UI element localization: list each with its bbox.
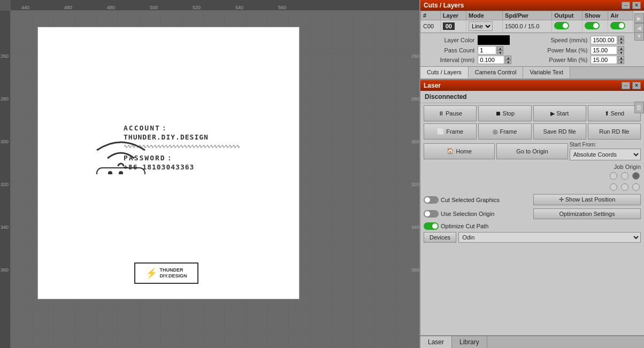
optimization-settings-btn[interactable]: Optimization Settings (533, 208, 641, 219)
row-layer: 00 (440, 20, 466, 33)
go-origin-label: Go to Origin (516, 148, 548, 154)
titlebar-buttons: ─ ✕ (622, 2, 641, 9)
show-position-btn[interactable]: ✛ Show Last Position (533, 194, 641, 205)
options-row: Cut Selected Graphics ✛ Show Last Positi… (420, 193, 644, 206)
show-toggle[interactable] (585, 22, 600, 29)
minimize-btn[interactable]: ─ (622, 2, 630, 9)
design-content: ACCOUNT： THUNDER.DIY.DESIGN ∿∿∿∿∿∿∿∿∿∿∿∿… (124, 123, 240, 171)
bottom-tab-library[interactable]: Library (452, 336, 487, 348)
origin-1-1[interactable] (621, 183, 628, 191)
pmax-up[interactable]: ▲ (618, 46, 624, 50)
pass-count-field[interactable] (478, 46, 496, 55)
devices-btn[interactable]: Devices (424, 232, 456, 243)
cut-selected-option: Cut Selected Graphics (424, 196, 531, 204)
account-label: ACCOUNT： (124, 123, 240, 133)
cut-selected-label: Cut Selected Graphics (441, 197, 500, 203)
laser-titlebar-buttons: ─ ✕ (622, 82, 641, 89)
run-rd-label: Run RD file (599, 128, 629, 135)
bottom-tab-laser[interactable]: Laser (420, 336, 452, 348)
origin-1-2[interactable] (632, 183, 640, 191)
ruler-tick: 560 (278, 5, 286, 10)
stop-btn[interactable]: ⏹ Stop (478, 105, 531, 121)
disconnected-label: Disconnected (425, 93, 467, 100)
air-toggle[interactable] (610, 22, 625, 29)
output-toggle[interactable] (554, 22, 569, 29)
go-to-origin-btn[interactable]: Go to Origin (496, 143, 568, 159)
row-mode: Line (466, 20, 503, 33)
canvas-area: 440 460 480 500 520 540 560 260 280 300 … (0, 0, 419, 348)
col-mode: Mode (466, 11, 503, 20)
cut-selected-toggle[interactable] (424, 196, 439, 204)
ruler-top: 440 460 480 500 520 540 560 (11, 0, 419, 11)
white-canvas: ACCOUNT： THUNDER.DIY.DESIGN ∿∿∿∿∿∿∿∿∿∿∿∿… (37, 27, 300, 299)
int-down[interactable]: ▼ (505, 60, 511, 64)
pmin-up[interactable]: ▲ (618, 56, 624, 60)
pause-btn[interactable]: ⏸ Pause (424, 105, 477, 121)
tab-camera-control[interactable]: Camera Control (469, 67, 524, 79)
table-row[interactable]: C00 00 Line 1500.0 / 15.0 (421, 20, 633, 33)
pass-down[interactable]: ▼ (497, 50, 503, 55)
laser-close-btn[interactable]: ✕ (632, 82, 641, 89)
laser-minimize-btn[interactable]: ─ (622, 82, 630, 89)
power-min-spinner: ▲ ▼ (618, 56, 624, 64)
frame-btn-2[interactable]: ◎ Frame (478, 123, 531, 140)
int-up[interactable]: ▲ (505, 56, 511, 60)
send-icon: ⬆ (604, 110, 609, 117)
col-layer: Layer (440, 11, 466, 20)
frame-btn-1[interactable]: ⬜ Frame (424, 123, 477, 140)
ruler-tick: 500 (150, 5, 158, 10)
origin-0-2[interactable] (632, 172, 640, 180)
laser-titlebar: Laser ─ ✕ (420, 80, 644, 91)
show-position-label: Show Last Position (565, 196, 616, 203)
pause-label: Pause (446, 110, 462, 117)
pmin-down[interactable]: ▼ (618, 60, 624, 64)
close-btn[interactable]: ✕ (632, 2, 641, 9)
interval-field[interactable] (478, 56, 504, 64)
optimize-cut-label: Optimize Cut Path (441, 223, 488, 229)
speed-up[interactable]: ▲ (618, 36, 624, 40)
save-rd-label: Save RD file (543, 128, 576, 135)
send-btn[interactable]: ⬆ Send (588, 105, 641, 121)
tab-cuts-layers[interactable]: Cuts / Layers (420, 67, 469, 79)
delete-btn[interactable]: 🗑 (634, 102, 644, 113)
col-show: Show (582, 11, 608, 20)
power-max-field[interactable] (591, 46, 617, 55)
right-panel: Cuts / Layers ─ ✕ # Layer Mode Spd/Pwr O… (419, 0, 644, 348)
speed-field[interactable] (591, 36, 617, 44)
use-selection-toggle[interactable] (424, 210, 439, 218)
tab-variable-text[interactable]: Variable Text (523, 67, 570, 79)
arrow-left-btn[interactable]: ◀ (634, 23, 644, 33)
home-row: 🏠 Home Go to Origin Start From: Absolute… (420, 142, 644, 163)
cuts-panel: Cuts / Layers ─ ✕ # Layer Mode Spd/Pwr O… (420, 0, 644, 80)
use-selection-label: Use Selection Origin (441, 211, 494, 217)
pass-up[interactable]: ▲ (497, 46, 503, 50)
ruler-tick: 520 (193, 5, 201, 10)
origin-0-0[interactable] (610, 172, 617, 180)
start-btn[interactable]: ▶ Start (533, 105, 586, 121)
logo-icon: ⚡ (145, 267, 157, 279)
run-rd-btn[interactable]: Run RD file (588, 123, 641, 140)
canvas-content[interactable]: 260 280 300 320 340 360 ACCOUNT： THUNDER… (11, 11, 419, 348)
row-spdpwr: 1500.0 / 15.0 (503, 20, 552, 33)
job-origin-label: Job Origin (614, 164, 641, 170)
pmax-down[interactable]: ▼ (618, 50, 624, 55)
speed-down[interactable]: ▼ (618, 40, 624, 44)
home-btn[interactable]: 🏠 Home (424, 143, 495, 159)
origin-1-0[interactable] (610, 183, 617, 191)
ruler-right-tick: 280 (411, 96, 419, 102)
layer-color-swatch[interactable] (478, 35, 528, 45)
optimize-cut-toggle[interactable] (424, 222, 439, 230)
save-rd-btn[interactable]: Save RD file (533, 123, 586, 140)
options-row-2: Use Selection Origin Optimization Settin… (420, 207, 644, 220)
devices-select[interactable]: Odin (458, 232, 641, 243)
power-min-field[interactable] (591, 56, 617, 64)
svg-point-2 (119, 171, 123, 174)
svg-point-1 (108, 171, 112, 174)
ruler-right-tick: 260 (411, 53, 419, 59)
origin-0-1[interactable] (621, 172, 628, 180)
mode-select[interactable]: Line (469, 21, 493, 31)
col-air: Air (608, 11, 633, 20)
start-from-select[interactable]: Absolute Coords (570, 149, 641, 160)
row-show (582, 20, 608, 33)
arrow-right-btn[interactable]: ▶ (634, 13, 644, 23)
